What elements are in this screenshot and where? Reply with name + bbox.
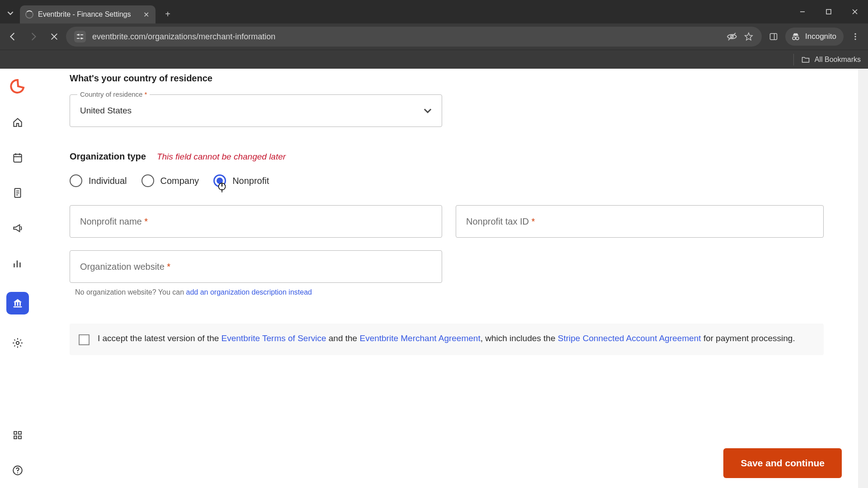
nav-reports-icon[interactable]: [11, 257, 24, 270]
org-type-heading-row: Organization type This field cannot be c…: [70, 151, 824, 162]
svg-rect-10: [770, 33, 777, 39]
url-text: eventbrite.com/organizations/merchant-in…: [92, 32, 720, 42]
nonprofit-tax-id-input[interactable]: Nonprofit tax ID *: [456, 205, 824, 238]
svg-rect-36: [14, 436, 17, 439]
svg-line-9: [728, 33, 736, 40]
radio-company[interactable]: Company: [142, 174, 199, 187]
nav-apps-icon[interactable]: [11, 428, 24, 442]
nav-forward-button: [24, 28, 42, 46]
tab-close-button[interactable]: ✕: [143, 10, 149, 19]
eventbrite-logo[interactable]: [10, 79, 25, 94]
nonprofit-name-input[interactable]: Nonprofit name *: [70, 205, 442, 238]
org-type-warning: This field cannot be changed later: [157, 152, 286, 162]
org-website-input[interactable]: Organization website *: [70, 250, 442, 283]
country-heading: What's your country of residence: [70, 73, 824, 84]
nav-settings-icon[interactable]: [11, 336, 24, 350]
incognito-icon: [791, 32, 801, 42]
nav-back-button[interactable]: [4, 28, 22, 46]
browser-tab-active[interactable]: Eventbrite - Finance Settings ✕: [20, 5, 156, 23]
svg-point-13: [796, 37, 798, 39]
radio-label: Nonprofit: [232, 176, 269, 186]
svg-point-15: [854, 33, 856, 35]
svg-point-39: [17, 472, 18, 473]
save-bar: Save and continue: [723, 448, 842, 478]
folder-icon: [801, 55, 810, 64]
nav-home-icon[interactable]: [11, 116, 24, 129]
terms-checkbox[interactable]: [79, 334, 90, 345]
nav-help-icon[interactable]: [11, 464, 24, 477]
tab-strip: Eventbrite - Finance Settings ✕ +: [0, 0, 868, 23]
browser-toolbar: eventbrite.com/organizations/merchant-in…: [0, 23, 868, 50]
radio-icon: [142, 174, 154, 187]
input-placeholder: Nonprofit tax ID *: [466, 216, 535, 227]
input-placeholder: Organization website *: [80, 262, 170, 272]
svg-point-7: [80, 38, 82, 39]
all-bookmarks-label: All Bookmarks: [815, 56, 861, 64]
incognito-chip[interactable]: Incognito: [785, 28, 844, 46]
radio-icon: [70, 174, 82, 187]
merchant-agreement-link[interactable]: Eventbrite Merchant Agreement: [359, 333, 480, 343]
side-panel-button[interactable]: [764, 28, 783, 46]
radio-individual[interactable]: Individual: [70, 174, 127, 187]
website-helper: No organization website? You can add an …: [75, 288, 442, 296]
svg-rect-31: [19, 302, 21, 306]
window-maximize-button[interactable]: [816, 0, 842, 23]
svg-rect-1: [826, 9, 831, 14]
new-tab-button[interactable]: +: [160, 6, 175, 22]
all-bookmarks-button[interactable]: All Bookmarks: [801, 55, 861, 64]
svg-rect-32: [14, 306, 22, 307]
add-description-link[interactable]: add an organization description instead: [186, 288, 312, 296]
loading-spinner-icon: [25, 10, 33, 19]
incognito-label: Incognito: [805, 32, 836, 41]
bookmark-star-icon[interactable]: [744, 32, 754, 42]
svg-rect-30: [17, 302, 19, 306]
org-type-heading: Organization type: [70, 151, 146, 162]
browser-chrome: Eventbrite - Finance Settings ✕ + eventb…: [0, 0, 868, 69]
nav-stop-button[interactable]: [45, 28, 63, 46]
svg-rect-18: [14, 154, 21, 162]
vertical-scrollbar[interactable]: [858, 69, 868, 488]
svg-point-12: [793, 37, 795, 39]
input-placeholder: Nonprofit name *: [80, 216, 148, 227]
page-viewport: What's your country of residence Country…: [0, 69, 868, 488]
svg-point-6: [78, 34, 80, 36]
nav-events-icon[interactable]: [11, 151, 24, 164]
save-continue-button[interactable]: Save and continue: [723, 448, 842, 478]
browser-menu-button[interactable]: [846, 28, 864, 46]
country-select[interactable]: Country of residence * United States: [70, 94, 442, 127]
divider: [793, 54, 794, 66]
country-label: Country of residence *: [77, 90, 150, 98]
tos-link[interactable]: Eventbrite Terms of Service: [222, 333, 326, 343]
svg-rect-35: [19, 432, 21, 434]
stripe-agreement-link[interactable]: Stripe Connected Account Agreement: [558, 333, 701, 343]
site-info-button[interactable]: [74, 31, 86, 42]
svg-point-33: [16, 342, 19, 345]
svg-rect-34: [14, 432, 17, 434]
address-bar[interactable]: eventbrite.com/organizations/merchant-in…: [66, 27, 762, 47]
svg-rect-29: [14, 302, 16, 306]
main-content: What's your country of residence Country…: [35, 69, 858, 488]
nav-orders-icon[interactable]: [11, 186, 24, 200]
window-close-button[interactable]: [842, 0, 868, 23]
radio-nonprofit[interactable]: Nonprofit: [213, 174, 269, 187]
terms-accept-row: I accept the latest version of the Event…: [70, 324, 824, 355]
tab-search-button[interactable]: [4, 6, 17, 20]
bookmarks-bar: All Bookmarks: [0, 50, 868, 69]
org-type-radio-group: Individual Company Nonprofit: [70, 174, 824, 187]
chevron-down-icon: [424, 107, 432, 115]
svg-rect-37: [19, 436, 21, 439]
country-value: United States: [80, 106, 132, 116]
nav-marketing-icon[interactable]: [11, 221, 24, 235]
window-controls: [789, 0, 868, 23]
radio-label: Individual: [89, 176, 127, 186]
radio-icon: [213, 174, 226, 187]
radio-label: Company: [160, 176, 199, 186]
svg-point-16: [854, 36, 856, 37]
nav-finance-icon[interactable]: [6, 292, 29, 314]
svg-point-17: [854, 38, 856, 40]
eye-off-icon[interactable]: [726, 31, 737, 42]
app-sidebar: [0, 69, 35, 488]
terms-text: I accept the latest version of the Event…: [98, 333, 795, 343]
tab-title: Eventbrite - Finance Settings: [38, 10, 131, 19]
window-minimize-button[interactable]: [789, 0, 816, 23]
